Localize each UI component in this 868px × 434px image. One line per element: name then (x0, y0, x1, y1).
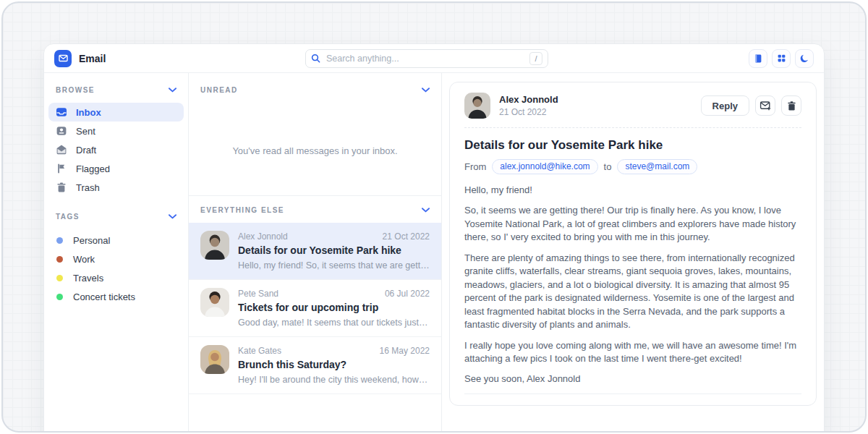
dark-mode-toggle[interactable] (795, 49, 814, 68)
from-to-line: From alex.jonnold@hike.com to steve@mail… (464, 159, 801, 174)
tag-label: Concert tickets (73, 292, 135, 302)
detail-header: Alex Jonnold 21 Oct 2022 Reply (464, 93, 801, 119)
browse-list: Inbox Sent Draft (44, 103, 188, 197)
tags-section: TAGS Personal Work (44, 213, 188, 306)
tag-color-dot (56, 237, 63, 244)
draft-icon (56, 144, 67, 156)
avatar (464, 93, 490, 119)
tag-label: Personal (73, 235, 110, 246)
sidebar-item-flagged[interactable]: Flagged (48, 159, 184, 178)
mail-subject: Brunch this Saturday? (238, 359, 430, 370)
search-shortcut-key: / (529, 52, 542, 65)
tag-item-work[interactable]: Work (44, 250, 188, 268)
detail-date: 21 Oct 2022 (499, 107, 558, 117)
mail-date: 06 Jul 2022 (385, 289, 430, 299)
sidebar-item-label: Draft (76, 145, 96, 156)
mail-subject: Tickets for our upcoming trip (238, 302, 430, 313)
to-label: to (604, 161, 612, 172)
email-app-window: Email / BROWS (43, 43, 825, 433)
unread-empty-message: You've read all messages in your inbox. (189, 145, 441, 156)
sidebar-item-draft[interactable]: Draft (48, 140, 184, 159)
notebook-icon (753, 54, 763, 64)
top-bar-actions (749, 49, 814, 68)
tag-item-personal[interactable]: Personal (44, 231, 188, 250)
tag-color-dot (56, 294, 63, 300)
tag-label: Work (73, 254, 95, 265)
mail-date: 21 Oct 2022 (383, 231, 430, 242)
detail-actions: Reply (701, 95, 801, 116)
mail-sender: Pete Sand (238, 289, 278, 299)
apps-grid-button[interactable] (772, 49, 791, 68)
sidebar-item-inbox[interactable]: Inbox (48, 103, 184, 122)
apps-grid-icon (777, 54, 786, 63)
mail-detail-column: Alex Jonnold 21 Oct 2022 Reply (442, 73, 824, 433)
sidebar-item-sent[interactable]: Sent (48, 122, 184, 140)
tag-item-travels[interactable]: Travels (44, 268, 188, 287)
mail-subject: Details for our Yosemite Park hike (238, 244, 430, 256)
reply-button[interactable]: Reply (701, 95, 749, 116)
mail-preview: Hello, my friend! So, it seems that we a… (238, 260, 430, 271)
mail-list-item-alex[interactable]: Alex Jonnold 21 Oct 2022 Details for our… (189, 223, 441, 280)
tags-collapse-chevron-icon[interactable] (169, 214, 176, 219)
mail-list-item-pete[interactable]: Pete Sand 06 Jul 2022 Tickets for our up… (189, 280, 441, 337)
unread-section-header: UNREAD (189, 86, 441, 94)
to-email-chip[interactable]: steve@mail.com (617, 159, 697, 174)
search-icon (311, 54, 320, 63)
browse-section-header: BROWSE (44, 86, 188, 94)
tags-section-header: TAGS (44, 213, 188, 221)
mail-preview: Hey! I'll be around the city this weeken… (238, 375, 430, 385)
envelope-plus-icon (760, 100, 771, 111)
sent-icon (56, 125, 67, 137)
attachments-label: Attachments (464, 403, 801, 406)
flag-icon (56, 163, 67, 174)
unread-collapse-chevron-icon[interactable] (422, 88, 430, 93)
notebook-button[interactable] (749, 49, 767, 68)
mail-detail-card: Alex Jonnold 21 Oct 2022 Reply (449, 82, 817, 406)
mail-sender: Kate Gates (238, 346, 281, 356)
everything-else-section-header: EVERYTHING ELSE (189, 196, 441, 223)
trash-icon (56, 182, 67, 193)
sidebar-item-label: Trash (76, 182, 100, 193)
body-paragraph: Hello, my friend! (464, 184, 801, 197)
divider (464, 393, 801, 394)
body-paragraph: There are plenty of amazing things to se… (464, 252, 801, 332)
body-paragraph: So, it seems we are getting there! Our t… (464, 204, 801, 244)
sidebar-item-label: Inbox (76, 107, 101, 118)
everything-else-collapse-chevron-icon[interactable] (422, 208, 430, 213)
sidebar-item-trash[interactable]: Trash (48, 178, 184, 197)
tag-color-dot (56, 275, 63, 281)
avatar (200, 345, 229, 374)
inbox-icon (56, 106, 67, 118)
trash-icon (786, 101, 797, 111)
from-label: From (464, 161, 486, 172)
forward-mail-button[interactable] (755, 95, 775, 116)
everything-else-label: EVERYTHING ELSE (200, 206, 284, 214)
search-bar[interactable]: / (305, 49, 548, 68)
delete-mail-button[interactable] (781, 95, 801, 116)
unread-section: UNREAD You've read all messages in your … (189, 73, 441, 196)
moon-icon (799, 54, 809, 64)
tags-label: TAGS (56, 213, 80, 221)
detail-subject: Details for our Yosemite Park hike (464, 138, 801, 153)
detail-sender-name: Alex Jonnold (499, 94, 558, 105)
app-title: Email (79, 53, 106, 64)
mail-date: 16 May 2022 (380, 346, 430, 356)
mail-list-column: UNREAD You've read all messages in your … (189, 73, 442, 433)
avatar (200, 288, 229, 317)
mail-list-item-kate[interactable]: Kate Gates 16 May 2022 Brunch this Satur… (189, 337, 441, 394)
browse-collapse-chevron-icon[interactable] (169, 88, 176, 93)
search-input[interactable] (326, 54, 524, 64)
avatar (200, 231, 229, 260)
mail-body: Hello, my friend! So, it seems we are ge… (464, 184, 801, 386)
top-bar: Email / (44, 44, 824, 73)
mail-preview: Good day, mate! It seems that our ticket… (238, 318, 430, 328)
sidebar-item-label: Flagged (76, 163, 110, 174)
mail-sender: Alex Jonnold (238, 231, 288, 242)
divider (464, 127, 801, 128)
browse-label: BROWSE (56, 86, 95, 94)
email-logo-icon (54, 50, 72, 67)
from-email-chip[interactable]: alex.jonnold@hike.com (492, 159, 597, 174)
sidebar-item-label: Sent (76, 126, 95, 137)
tags-list: Personal Work Travels Concert ticke (44, 231, 188, 306)
tag-item-concert-tickets[interactable]: Concert tickets (44, 287, 188, 306)
